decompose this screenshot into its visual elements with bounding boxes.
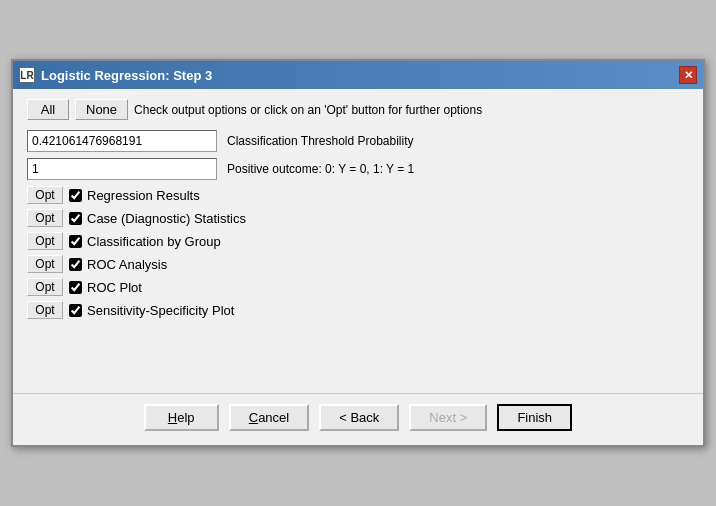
next-label: Next > — [429, 410, 467, 425]
checkbox-wrap-case: Case (Diagnostic) Statistics — [69, 211, 246, 226]
app-icon: LR — [19, 67, 35, 83]
option-row-classification: Opt Classification by Group — [27, 232, 689, 250]
help-button[interactable]: Help — [144, 404, 219, 431]
all-button[interactable]: All — [27, 99, 69, 120]
checkbox-wrap-roc-analysis: ROC Analysis — [69, 257, 167, 272]
checkbox-wrap-roc-plot: ROC Plot — [69, 280, 142, 295]
threshold-input[interactable] — [27, 130, 217, 152]
none-button[interactable]: None — [75, 99, 128, 120]
checkbox-roc-plot[interactable] — [69, 281, 82, 294]
label-roc-plot: ROC Plot — [87, 280, 142, 295]
title-bar-left: LR Logistic Regression: Step 3 — [19, 67, 212, 83]
main-window: LR Logistic Regression: Step 3 ✕ All Non… — [11, 59, 705, 447]
close-button[interactable]: ✕ — [679, 66, 697, 84]
finish-label: Finish — [517, 410, 552, 425]
checkbox-case[interactable] — [69, 212, 82, 225]
threshold-row: Classification Threshold Probability — [27, 130, 689, 152]
opt-button-case[interactable]: Opt — [27, 209, 63, 227]
checkbox-wrap-regression: Regression Results — [69, 188, 200, 203]
opt-button-sensitivity[interactable]: Opt — [27, 301, 63, 319]
cancel-underline: Cancel — [249, 410, 289, 425]
checkbox-sensitivity[interactable] — [69, 304, 82, 317]
top-toolbar: All None Check output options or click o… — [27, 99, 689, 120]
help-underline: Help — [168, 410, 195, 425]
hint-text: Check output options or click on an 'Opt… — [134, 103, 482, 117]
back-label: < Back — [339, 410, 379, 425]
label-classification: Classification by Group — [87, 234, 221, 249]
threshold-label: Classification Threshold Probability — [227, 134, 414, 148]
label-sensitivity: Sensitivity-Specificity Plot — [87, 303, 234, 318]
option-row-roc-analysis: Opt ROC Analysis — [27, 255, 689, 273]
opt-button-roc-analysis[interactable]: Opt — [27, 255, 63, 273]
title-bar: LR Logistic Regression: Step 3 ✕ — [13, 61, 703, 89]
checkbox-wrap-classification: Classification by Group — [69, 234, 221, 249]
label-roc-analysis: ROC Analysis — [87, 257, 167, 272]
window-title: Logistic Regression: Step 3 — [41, 68, 212, 83]
finish-button[interactable]: Finish — [497, 404, 572, 431]
label-regression: Regression Results — [87, 188, 200, 203]
option-row-sensitivity: Opt Sensitivity-Specificity Plot — [27, 301, 689, 319]
back-button[interactable]: < Back — [319, 404, 399, 431]
positive-outcome-row: Positive outcome: 0: Y = 0, 1: Y = 1 — [27, 158, 689, 180]
checkbox-classification[interactable] — [69, 235, 82, 248]
opt-button-roc-plot[interactable]: Opt — [27, 278, 63, 296]
next-button[interactable]: Next > — [409, 404, 487, 431]
positive-outcome-label: Positive outcome: 0: Y = 0, 1: Y = 1 — [227, 162, 414, 176]
opt-button-classification[interactable]: Opt — [27, 232, 63, 250]
checkbox-regression[interactable] — [69, 189, 82, 202]
spacer — [27, 319, 689, 379]
option-row-regression: Opt Regression Results — [27, 186, 689, 204]
positive-outcome-input[interactable] — [27, 158, 217, 180]
opt-button-regression[interactable]: Opt — [27, 186, 63, 204]
option-row-roc-plot: Opt ROC Plot — [27, 278, 689, 296]
label-case: Case (Diagnostic) Statistics — [87, 211, 246, 226]
checkbox-roc-analysis[interactable] — [69, 258, 82, 271]
checkbox-wrap-sensitivity: Sensitivity-Specificity Plot — [69, 303, 234, 318]
window-body: All None Check output options or click o… — [13, 89, 703, 393]
options-list: Opt Regression Results Opt Case (Diagnos… — [27, 186, 689, 319]
bottom-bar: Help Cancel < Back Next > Finish — [13, 393, 703, 445]
cancel-button[interactable]: Cancel — [229, 404, 309, 431]
option-row-case: Opt Case (Diagnostic) Statistics — [27, 209, 689, 227]
